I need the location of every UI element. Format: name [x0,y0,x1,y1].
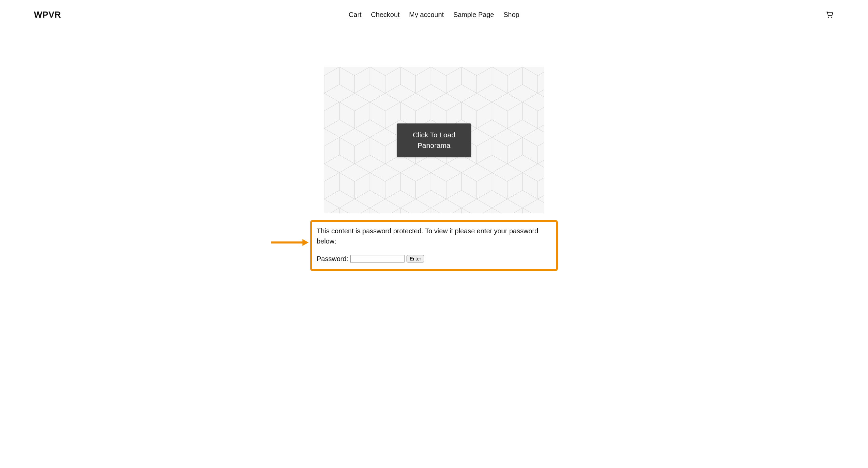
svg-marker-3 [302,239,309,246]
password-protected-section: This content is password protected. To v… [310,220,558,271]
panorama-placeholder: Click To Load Panorama [324,67,544,213]
password-input[interactable] [350,255,405,262]
enter-button[interactable]: Enter [407,255,424,262]
password-label: Password: [317,254,348,264]
nav-link-checkout[interactable]: Checkout [371,11,400,19]
password-protected-box: This content is password protected. To v… [310,220,558,271]
password-message: This content is password protected. To v… [317,226,551,246]
nav-link-cart[interactable]: Cart [349,11,361,19]
svg-point-1 [831,17,832,18]
load-panorama-button[interactable]: Click To Load Panorama [397,123,471,157]
nav-link-sample-page[interactable]: Sample Page [453,11,494,19]
password-form-row: Password: Enter [317,254,551,264]
nav-link-shop[interactable]: Shop [504,11,519,19]
highlight-arrow-icon [271,239,309,246]
main-content: Click To Load Panorama This content is p… [0,67,868,271]
site-header: WPVR Cart Checkout My account Sample Pag… [0,0,868,30]
primary-nav: Cart Checkout My account Sample Page Sho… [349,11,519,19]
site-title[interactable]: WPVR [34,9,61,20]
cart-icon[interactable] [825,10,834,20]
nav-link-my-account[interactable]: My account [409,11,444,19]
svg-point-0 [828,17,829,18]
